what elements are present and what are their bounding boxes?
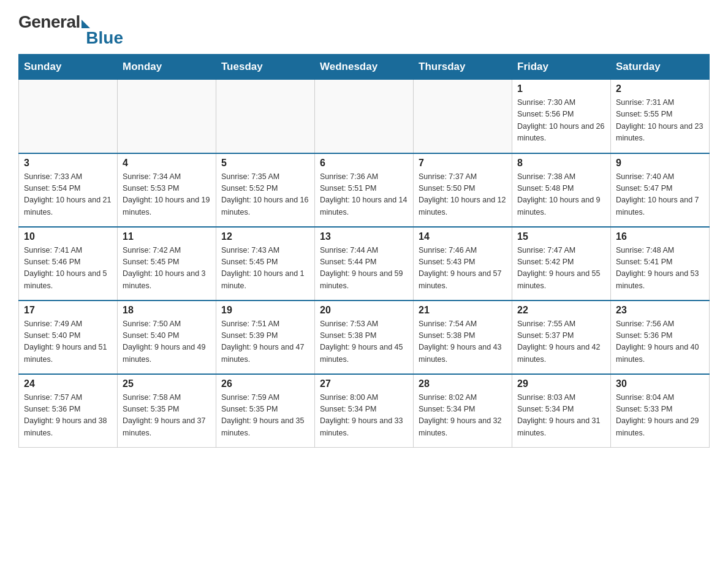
sun-info-1: Sunrise: 7:30 AMSunset: 5:56 PMDaylight:…: [517, 97, 605, 145]
header-tuesday: Tuesday: [216, 55, 315, 80]
calendar-cell-w2d6: 8Sunrise: 7:38 AMSunset: 5:48 PMDaylight…: [512, 153, 611, 227]
calendar-cell-w4d6: 22Sunrise: 7:55 AMSunset: 5:37 PMDayligh…: [512, 301, 611, 374]
day-number-19: 19: [221, 305, 309, 316]
calendar-cell-w1d6: 1Sunrise: 7:30 AMSunset: 5:56 PMDaylight…: [512, 80, 611, 153]
logo-arrow-icon: [82, 20, 90, 28]
day-number-5: 5: [221, 158, 309, 169]
sun-info-21: Sunrise: 7:54 AMSunset: 5:38 PMDaylight:…: [419, 318, 507, 366]
sun-info-5: Sunrise: 7:35 AMSunset: 5:52 PMDaylight:…: [221, 171, 309, 219]
sun-info-15: Sunrise: 7:47 AMSunset: 5:42 PMDaylight:…: [517, 245, 605, 293]
calendar-cell-w3d4: 13Sunrise: 7:44 AMSunset: 5:44 PMDayligh…: [315, 227, 414, 301]
calendar-cell-w1d7: 2Sunrise: 7:31 AMSunset: 5:55 PMDaylight…: [611, 80, 710, 153]
calendar-cell-w1d3: [216, 80, 315, 153]
day-number-21: 21: [419, 305, 507, 316]
calendar-cell-w5d4: 27Sunrise: 8:00 AMSunset: 5:34 PMDayligh…: [315, 374, 414, 448]
sun-info-27: Sunrise: 8:00 AMSunset: 5:34 PMDaylight:…: [320, 392, 408, 440]
calendar-cell-w5d7: 30Sunrise: 8:04 AMSunset: 5:33 PMDayligh…: [611, 374, 710, 448]
day-number-25: 25: [123, 378, 211, 389]
calendar-cell-w3d6: 15Sunrise: 7:47 AMSunset: 5:42 PMDayligh…: [512, 227, 611, 301]
calendar-cell-w4d7: 23Sunrise: 7:56 AMSunset: 5:36 PMDayligh…: [611, 301, 710, 374]
day-number-12: 12: [221, 231, 309, 242]
calendar-cell-w3d2: 11Sunrise: 7:42 AMSunset: 5:45 PMDayligh…: [118, 227, 216, 301]
day-number-26: 26: [221, 378, 309, 389]
calendar-cell-w3d1: 10Sunrise: 7:41 AMSunset: 5:46 PMDayligh…: [19, 227, 118, 301]
calendar-cell-w3d7: 16Sunrise: 7:48 AMSunset: 5:41 PMDayligh…: [611, 227, 710, 301]
sun-info-24: Sunrise: 7:57 AMSunset: 5:36 PMDaylight:…: [24, 392, 112, 440]
day-number-15: 15: [517, 231, 605, 242]
header-saturday: Saturday: [611, 55, 710, 80]
header-monday: Monday: [118, 55, 216, 80]
page-header: General General Blue: [18, 12, 710, 48]
calendar-cell-w2d4: 6Sunrise: 7:36 AMSunset: 5:51 PMDaylight…: [315, 153, 414, 227]
calendar-cell-w2d7: 9Sunrise: 7:40 AMSunset: 5:47 PMDaylight…: [611, 153, 710, 227]
sun-info-22: Sunrise: 7:55 AMSunset: 5:37 PMDaylight:…: [517, 318, 605, 366]
day-number-22: 22: [517, 305, 605, 316]
sun-info-25: Sunrise: 7:58 AMSunset: 5:35 PMDaylight:…: [123, 392, 211, 440]
header-friday: Friday: [512, 55, 611, 80]
calendar-cell-w5d1: 24Sunrise: 7:57 AMSunset: 5:36 PMDayligh…: [19, 374, 118, 448]
sun-info-29: Sunrise: 8:03 AMSunset: 5:34 PMDaylight:…: [517, 392, 605, 440]
sun-info-26: Sunrise: 7:59 AMSunset: 5:35 PMDaylight:…: [221, 392, 309, 440]
sun-info-4: Sunrise: 7:34 AMSunset: 5:53 PMDaylight:…: [123, 171, 211, 219]
sun-info-3: Sunrise: 7:33 AMSunset: 5:54 PMDaylight:…: [24, 171, 112, 219]
sun-info-28: Sunrise: 8:02 AMSunset: 5:34 PMDaylight:…: [419, 392, 507, 440]
sun-info-9: Sunrise: 7:40 AMSunset: 5:47 PMDaylight:…: [616, 171, 704, 219]
day-number-8: 8: [517, 158, 605, 169]
calendar-cell-w4d5: 21Sunrise: 7:54 AMSunset: 5:38 PMDayligh…: [414, 301, 512, 374]
day-number-30: 30: [616, 378, 704, 389]
day-number-1: 1: [517, 83, 605, 94]
sun-info-2: Sunrise: 7:31 AMSunset: 5:55 PMDaylight:…: [616, 97, 704, 145]
week-row-3: 10Sunrise: 7:41 AMSunset: 5:46 PMDayligh…: [19, 227, 710, 301]
calendar-cell-w5d3: 26Sunrise: 7:59 AMSunset: 5:35 PMDayligh…: [216, 374, 315, 448]
calendar-cell-w1d4: [315, 80, 414, 153]
calendar-cell-w4d4: 20Sunrise: 7:53 AMSunset: 5:38 PMDayligh…: [315, 301, 414, 374]
calendar-cell-w2d5: 7Sunrise: 7:37 AMSunset: 5:50 PMDaylight…: [414, 153, 512, 227]
sun-info-23: Sunrise: 7:56 AMSunset: 5:36 PMDaylight:…: [616, 318, 704, 366]
day-number-17: 17: [24, 305, 112, 316]
day-number-18: 18: [123, 305, 211, 316]
sun-info-19: Sunrise: 7:51 AMSunset: 5:39 PMDaylight:…: [221, 318, 309, 366]
sun-info-13: Sunrise: 7:44 AMSunset: 5:44 PMDaylight:…: [320, 245, 408, 293]
sun-info-12: Sunrise: 7:43 AMSunset: 5:45 PMDaylight:…: [221, 245, 309, 293]
calendar-cell-w1d5: [414, 80, 512, 153]
weekday-header-row: SundayMondayTuesdayWednesdayThursdayFrid…: [19, 55, 710, 80]
day-number-11: 11: [123, 231, 211, 242]
calendar-cell-w2d1: 3Sunrise: 7:33 AMSunset: 5:54 PMDaylight…: [19, 153, 118, 227]
week-row-2: 3Sunrise: 7:33 AMSunset: 5:54 PMDaylight…: [19, 153, 710, 227]
header-sunday: Sunday: [19, 55, 118, 80]
sun-info-30: Sunrise: 8:04 AMSunset: 5:33 PMDaylight:…: [616, 392, 704, 440]
calendar-cell-w5d5: 28Sunrise: 8:02 AMSunset: 5:34 PMDayligh…: [414, 374, 512, 448]
day-number-3: 3: [24, 158, 112, 169]
calendar-cell-w2d3: 5Sunrise: 7:35 AMSunset: 5:52 PMDaylight…: [216, 153, 315, 227]
calendar-cell-w4d3: 19Sunrise: 7:51 AMSunset: 5:39 PMDayligh…: [216, 301, 315, 374]
day-number-10: 10: [24, 231, 112, 242]
sun-info-17: Sunrise: 7:49 AMSunset: 5:40 PMDaylight:…: [24, 318, 112, 366]
sun-info-14: Sunrise: 7:46 AMSunset: 5:43 PMDaylight:…: [419, 245, 507, 293]
day-number-27: 27: [320, 378, 408, 389]
day-number-23: 23: [616, 305, 704, 316]
sun-info-18: Sunrise: 7:50 AMSunset: 5:40 PMDaylight:…: [123, 318, 211, 366]
day-number-16: 16: [616, 231, 704, 242]
week-row-1: 1Sunrise: 7:30 AMSunset: 5:56 PMDaylight…: [19, 80, 710, 153]
day-number-4: 4: [123, 158, 211, 169]
sun-info-20: Sunrise: 7:53 AMSunset: 5:38 PMDaylight:…: [320, 318, 408, 366]
calendar-cell-w5d6: 29Sunrise: 8:03 AMSunset: 5:34 PMDayligh…: [512, 374, 611, 448]
week-row-5: 24Sunrise: 7:57 AMSunset: 5:36 PMDayligh…: [19, 374, 710, 448]
logo: General General Blue: [18, 12, 123, 48]
sun-info-8: Sunrise: 7:38 AMSunset: 5:48 PMDaylight:…: [517, 171, 605, 219]
day-number-13: 13: [320, 231, 408, 242]
day-number-2: 2: [616, 83, 704, 94]
sun-info-6: Sunrise: 7:36 AMSunset: 5:51 PMDaylight:…: [320, 171, 408, 219]
calendar-cell-w4d2: 18Sunrise: 7:50 AMSunset: 5:40 PMDayligh…: [118, 301, 216, 374]
calendar-cell-w3d3: 12Sunrise: 7:43 AMSunset: 5:45 PMDayligh…: [216, 227, 315, 301]
day-number-20: 20: [320, 305, 408, 316]
calendar-cell-w1d2: [118, 80, 216, 153]
calendar-cell-w2d2: 4Sunrise: 7:34 AMSunset: 5:53 PMDaylight…: [118, 153, 216, 227]
calendar-cell-w5d2: 25Sunrise: 7:58 AMSunset: 5:35 PMDayligh…: [118, 374, 216, 448]
sun-info-10: Sunrise: 7:41 AMSunset: 5:46 PMDaylight:…: [24, 245, 112, 293]
calendar-cell-w3d5: 14Sunrise: 7:46 AMSunset: 5:43 PMDayligh…: [414, 227, 512, 301]
header-thursday: Thursday: [414, 55, 512, 80]
calendar-cell-w4d1: 17Sunrise: 7:49 AMSunset: 5:40 PMDayligh…: [19, 301, 118, 374]
day-number-24: 24: [24, 378, 112, 389]
sun-info-16: Sunrise: 7:48 AMSunset: 5:41 PMDaylight:…: [616, 245, 704, 293]
